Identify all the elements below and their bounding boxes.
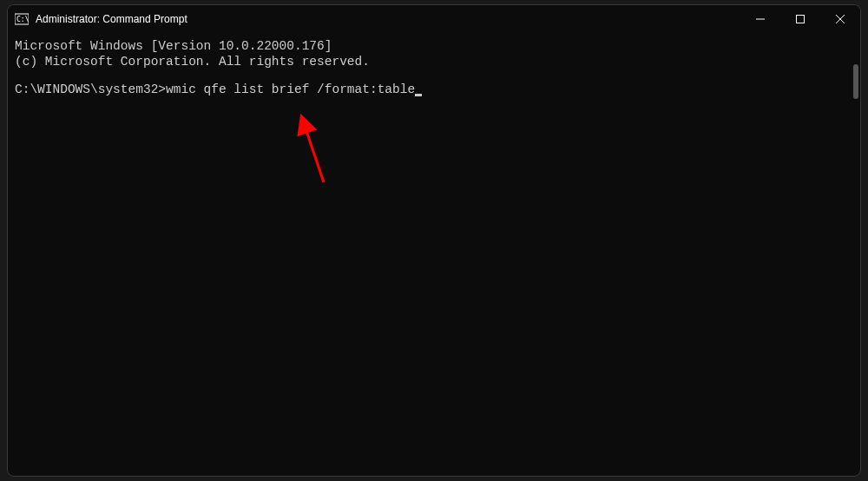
command-input[interactable]: wmic qfe list brief /format:table — [166, 82, 415, 96]
window-controls — [740, 5, 860, 33]
maximize-button[interactable] — [780, 5, 820, 33]
cursor — [415, 94, 422, 96]
terminal-content[interactable]: Microsoft Windows [Version 10.0.22000.17… — [8, 33, 860, 476]
svg-text:C:\: C:\ — [16, 16, 29, 23]
command-prompt-icon: C:\ — [15, 12, 29, 26]
svg-rect-3 — [797, 16, 805, 23]
close-button[interactable] — [820, 5, 860, 33]
prompt-path: C:\WINDOWS\system32> — [15, 82, 166, 96]
command-prompt-window: C:\ Administrator: Command Prompt — [7, 4, 861, 477]
window-title: Administrator: Command Prompt — [36, 13, 740, 25]
scrollbar-thumb[interactable] — [853, 64, 858, 99]
minimize-button[interactable] — [740, 5, 780, 33]
copyright-line: (c) Microsoft Corporation. All rights re… — [15, 54, 853, 69]
prompt-line: C:\WINDOWS\system32>wmic qfe list brief … — [15, 82, 853, 97]
titlebar[interactable]: C:\ Administrator: Command Prompt — [8, 5, 860, 33]
version-line: Microsoft Windows [Version 10.0.22000.17… — [15, 38, 853, 54]
